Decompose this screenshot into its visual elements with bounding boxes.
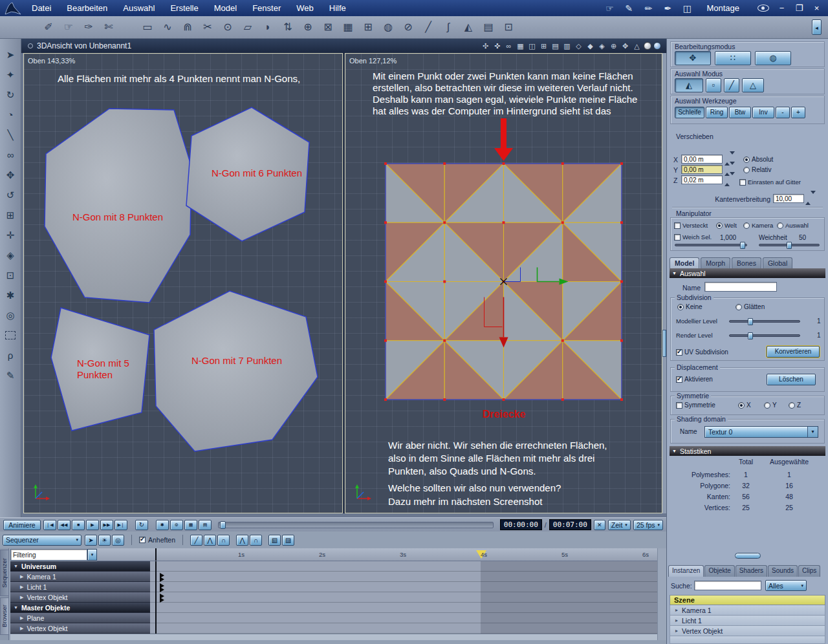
- track-lane[interactable]: [150, 572, 657, 582]
- mode-morph-button[interactable]: ∷: [715, 51, 751, 65]
- anheften-checkbox[interactable]: Anheften: [139, 536, 175, 544]
- vertex-dot[interactable]: [384, 221, 387, 224]
- shield-tex-icon[interactable]: ◈: [597, 42, 607, 50]
- layout-row-icon[interactable]: ▤: [550, 42, 560, 50]
- shield-flat-icon[interactable]: ◆: [585, 42, 595, 50]
- vertex-dot[interactable]: [443, 221, 446, 224]
- auswahl-radio[interactable]: Auswahl: [777, 222, 809, 229]
- scissors-tool-icon[interactable]: ✂: [199, 19, 216, 36]
- curve-tool-icon[interactable]: ∿: [159, 19, 176, 36]
- pencil-tool-icon[interactable]: ✏: [642, 3, 655, 14]
- select-vertex-button[interactable]: ◭: [675, 78, 703, 92]
- add-key-button[interactable]: ✱: [156, 520, 169, 530]
- split-view-icon[interactable]: ◫: [527, 42, 537, 50]
- slider-thumb[interactable]: [748, 318, 753, 325]
- hand-pointer-icon[interactable]: ☞: [60, 19, 77, 36]
- keyframe-marker[interactable]: [160, 583, 164, 591]
- next-frame-button[interactable]: ▶▶: [100, 520, 113, 530]
- vertex-dot[interactable]: [503, 398, 505, 401]
- kamera-radio[interactable]: Kamera: [743, 222, 773, 229]
- sym-y-radio[interactable]: Y: [764, 402, 777, 409]
- ink-pen-tool-icon[interactable]: ✒: [661, 3, 674, 14]
- werkzeug--button[interactable]: -: [776, 107, 790, 118]
- universal-gizmo-icon[interactable]: ✛: [3, 228, 17, 242]
- vertex-dot[interactable]: [620, 281, 623, 283]
- draw-pen-icon[interactable]: ✑: [80, 19, 97, 36]
- polygon-tool-icon[interactable]: ▱: [239, 19, 256, 36]
- sweep-tool-icon[interactable]: ∫: [440, 19, 457, 36]
- vertex-dot[interactable]: [561, 339, 564, 342]
- box-tool-icon[interactable]: ▦: [340, 19, 356, 36]
- versteckt-checkbox[interactable]: Versteckt: [674, 222, 708, 229]
- select-face-button[interactable]: △: [742, 78, 764, 92]
- ngon-6[interactable]: N-Gon mit 6 Punkten: [186, 107, 309, 241]
- tab-instanzen[interactable]: Instanzen: [668, 565, 704, 577]
- linear-icon[interactable]: ⋀: [236, 535, 248, 546]
- track-lane[interactable]: [150, 623, 657, 634]
- eye-icon[interactable]: [757, 5, 769, 12]
- szene-item-vertex-objekt[interactable]: ▸Vertex Objekt: [670, 626, 825, 636]
- werkzeug-schleife-button[interactable]: Schleife: [675, 107, 704, 118]
- tab-model[interactable]: Model: [670, 257, 699, 268]
- select-arrow-icon[interactable]: ➤: [3, 48, 17, 62]
- dolly-icon[interactable]: △: [632, 42, 642, 50]
- delete-key-button[interactable]: ▦: [184, 520, 197, 530]
- skip-start-button[interactable]: ❘◀: [43, 520, 56, 530]
- ngon-8[interactable]: N-Gon mit 8 Punkten: [45, 109, 191, 303]
- zoom-tool-icon[interactable]: ◎: [3, 308, 17, 323]
- track-lane[interactable]: [150, 561, 657, 572]
- vertex-tool-icon[interactable]: ⊙: [219, 19, 236, 36]
- track-icon[interactable]: ∞: [504, 42, 514, 50]
- layout-tool-icon[interactable]: ◫: [681, 3, 693, 14]
- magic-wand-icon[interactable]: ✦: [3, 68, 17, 82]
- move-gizmo-icon[interactable]: ✥: [3, 168, 17, 182]
- filtering-input[interactable]: [10, 549, 87, 561]
- collapse-panel-button[interactable]: ◂: [812, 19, 822, 35]
- vertex-dot[interactable]: [384, 339, 387, 342]
- tab-morph[interactable]: Morph: [701, 257, 730, 268]
- kantenverbreitung-stepper[interactable]: [805, 194, 811, 203]
- menu-item-model[interactable]: Model: [206, 0, 245, 16]
- tab-shaders[interactable]: Shaders: [735, 565, 767, 577]
- vertex-dot[interactable]: [620, 398, 623, 401]
- slider-thumb[interactable]: [787, 242, 792, 249]
- ngon-5[interactable]: N-Gon mit 5Punkten: [51, 308, 149, 431]
- z-input[interactable]: [681, 175, 723, 184]
- werkzeug--button[interactable]: +: [791, 107, 805, 118]
- magnet-tool-icon[interactable]: ⋒: [179, 19, 196, 36]
- shade-mode-icon[interactable]: ◔: [3, 108, 17, 122]
- viewport-titlebar[interactable]: 3DAnsicht von Unbenannt1 ✣✜∞▦◫⊞▤▥◇◆◈⊕✥△: [21, 39, 666, 53]
- track-licht-1[interactable]: ▶Licht 1: [10, 582, 150, 592]
- expand-arrow-icon[interactable]: ▸: [675, 617, 678, 623]
- animiere-button[interactable]: Animiere: [3, 520, 41, 530]
- zoom-icon[interactable]: ◎: [112, 535, 124, 546]
- spring-tool-icon[interactable]: ⇅: [279, 19, 296, 36]
- viewport-right[interactable]: Oben 127,12% Mit einem Punkt oder zwei P…: [345, 53, 662, 513]
- orbit-icon[interactable]: ⊕: [609, 42, 618, 50]
- hammer-tool-icon[interactable]: ◈: [3, 248, 17, 263]
- search-input[interactable]: [694, 581, 761, 590]
- track-vertex-objekt[interactable]: ▶Vertex Objekt: [10, 623, 150, 634]
- zeit-dropdown[interactable]: Zeit▾: [608, 520, 631, 530]
- cut-tool-icon[interactable]: ✄: [100, 19, 117, 36]
- werkzeug-inv-button[interactable]: Inv: [752, 107, 774, 118]
- menu-item-auswahl[interactable]: Auswahl: [115, 0, 162, 16]
- werkzeug-btw-button[interactable]: Btw: [729, 107, 751, 118]
- mode-translate-button[interactable]: ✥: [675, 51, 711, 65]
- maximize-button[interactable]: ❐: [794, 3, 804, 13]
- expand-arrow-icon[interactable]: ▶: [20, 585, 23, 590]
- shade-sphere-white-icon[interactable]: [644, 42, 651, 50]
- snap-icon[interactable]: ✣: [481, 42, 490, 50]
- lasso-select-icon[interactable]: ρ: [3, 349, 17, 363]
- timeline-ruler[interactable]: 1s2s3s4s5s6s: [97, 548, 657, 561]
- select-line-button[interactable]: ╱: [724, 78, 739, 92]
- extrude-tool-icon[interactable]: ◭: [460, 19, 477, 36]
- layout-col-icon[interactable]: ▥: [562, 42, 572, 50]
- cursor-icon[interactable]: ➤: [85, 535, 97, 546]
- timeline-slider[interactable]: [218, 522, 494, 528]
- symmetrie-checkbox[interactable]: Symmetrie: [676, 402, 715, 409]
- render-level-slider[interactable]: [729, 334, 800, 337]
- expand-arrow-icon[interactable]: ▶: [20, 616, 23, 621]
- close-button[interactable]: ×: [812, 3, 822, 13]
- shade-sphere-blue-icon[interactable]: [653, 42, 661, 50]
